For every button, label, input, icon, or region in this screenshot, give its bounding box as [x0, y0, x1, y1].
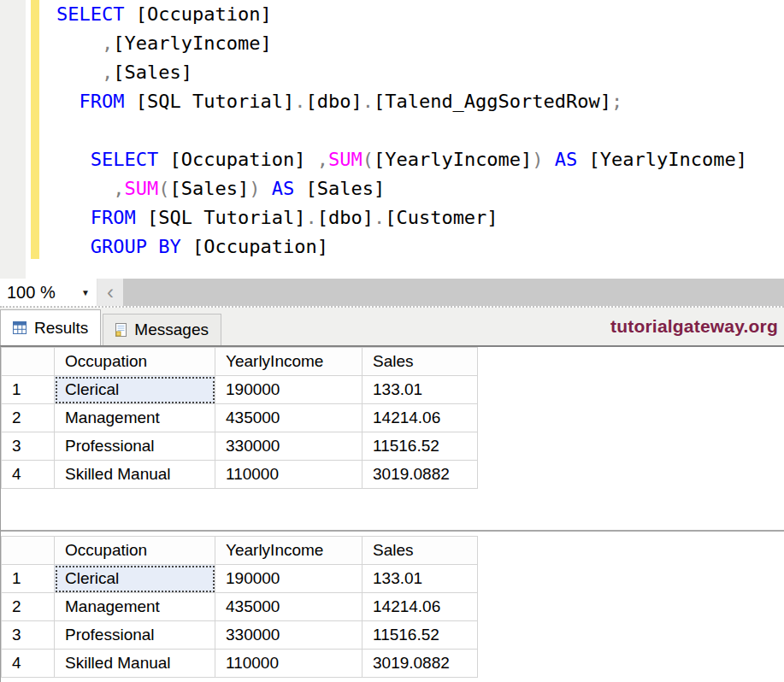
zoom-level-dropdown[interactable]: 100 % ▼ [0, 279, 97, 306]
tab-messages[interactable]: Messages [103, 314, 221, 345]
grid-row: 4Skilled Manual1100003019.0882 [2, 461, 478, 489]
scroll-left-button[interactable]: ‹ [97, 279, 123, 306]
data-cell[interactable]: 11516.52 [363, 432, 478, 461]
code-line[interactable]: SELECT [Occupation] [56, 0, 784, 29]
data-cell[interactable]: 11516.52 [363, 621, 478, 650]
data-cell[interactable]: Professional [55, 432, 215, 461]
grid-row: 3Professional33000011516.52 [2, 432, 478, 461]
data-cell[interactable]: 190000 [215, 376, 363, 404]
code-token: SUM [124, 178, 158, 199]
code-token: [Sales] [169, 178, 249, 199]
horizontal-scrollbar-track[interactable] [123, 279, 784, 306]
data-cell[interactable]: Professional [55, 621, 215, 650]
code-line[interactable]: ,SUM([Sales]) AS [Sales] [56, 174, 784, 203]
sql-editor[interactable]: SELECT [Occupation] ,[YearlyIncome] ,[Sa… [0, 0, 784, 279]
select-all-cell[interactable] [2, 348, 55, 376]
code-token: ) [532, 149, 543, 170]
row-number-cell[interactable]: 2 [2, 593, 55, 621]
data-cell[interactable]: 330000 [215, 621, 363, 650]
code-token: SUM [328, 149, 363, 170]
data-cell[interactable]: 330000 [215, 432, 363, 461]
code-token [56, 91, 80, 112]
dropdown-caret-icon: ▼ [81, 288, 90, 297]
results-grid-icon [13, 321, 27, 334]
tab-results[interactable]: Results [0, 309, 101, 345]
ssms-window: SELECT [Occupation] ,[YearlyIncome] ,[Sa… [0, 0, 784, 682]
code-token [544, 149, 555, 170]
code-token: [SQL Tutorial] [124, 91, 294, 112]
select-all-cell[interactable] [2, 537, 55, 565]
code-line[interactable]: SELECT [Occupation] ,SUM([YearlyIncome])… [56, 145, 784, 174]
column-header[interactable]: YearlyIncome [215, 348, 363, 376]
results-grid: OccupationYearlyIncomeSales1Clerical1900… [1, 536, 478, 678]
code-token: ( [363, 149, 374, 170]
grid-row: 4Skilled Manual1100003019.0882 [2, 650, 478, 678]
data-cell[interactable]: Clerical [55, 565, 215, 593]
code-token [56, 32, 102, 54]
code-token: FROM [91, 207, 136, 228]
code-token [56, 178, 113, 199]
code-token: , [113, 178, 124, 199]
column-header[interactable]: YearlyIncome [215, 537, 363, 565]
code-token: [YearlyIncome] [577, 149, 747, 170]
data-cell[interactable]: 133.01 [363, 565, 478, 593]
data-cell[interactable]: Skilled Manual [55, 461, 215, 489]
code-token: ( [158, 178, 169, 199]
code-token: ) [249, 178, 260, 199]
row-number-cell[interactable]: 3 [2, 621, 55, 650]
data-cell[interactable]: Clerical [55, 376, 215, 404]
code-token: , [102, 62, 113, 83]
zoom-level-value: 100 % [7, 283, 56, 303]
data-cell[interactable]: Skilled Manual [55, 650, 215, 678]
code-token [260, 178, 271, 199]
code-token: [dbo] [305, 91, 362, 112]
row-number-cell[interactable]: 1 [2, 565, 55, 593]
column-header[interactable]: Occupation [55, 348, 215, 376]
code-token [56, 207, 91, 228]
code-token: . [294, 91, 305, 112]
code-token [56, 236, 91, 257]
column-header[interactable]: Sales [363, 348, 478, 376]
grid-header-row: OccupationYearlyIncomeSales [2, 348, 478, 376]
code-line[interactable]: FROM [SQL Tutorial].[dbo].[Talend_AggSor… [56, 87, 784, 116]
column-header[interactable]: Sales [363, 537, 478, 565]
data-cell[interactable]: 133.01 [363, 376, 478, 404]
data-cell[interactable]: 110000 [215, 650, 363, 678]
code-token: , [317, 149, 328, 170]
row-number-cell[interactable]: 2 [2, 404, 55, 432]
data-cell[interactable]: 435000 [215, 404, 363, 432]
code-token: [dbo] [317, 207, 374, 228]
code-token: [Talend_AggSortedRow] [374, 91, 611, 112]
data-cell[interactable]: 3019.0882 [363, 461, 478, 489]
sql-code[interactable]: SELECT [Occupation] ,[YearlyIncome] ,[Sa… [56, 0, 784, 262]
data-cell[interactable]: 190000 [215, 565, 363, 593]
code-token: [Customer] [385, 207, 498, 228]
column-header[interactable]: Occupation [55, 537, 215, 565]
row-number-cell[interactable]: 4 [2, 461, 55, 489]
code-token: . [374, 207, 385, 228]
data-cell[interactable]: Management [55, 404, 215, 432]
results-grid-2: OccupationYearlyIncomeSales1Clerical1900… [1, 536, 478, 678]
row-number-cell[interactable]: 4 [2, 650, 55, 678]
grid-row: 2Management43500014214.06 [2, 593, 478, 621]
data-cell[interactable]: 435000 [215, 593, 363, 621]
change-tracking-bar [31, 0, 39, 259]
data-cell[interactable]: 14214.06 [363, 404, 478, 432]
code-line[interactable] [56, 116, 784, 145]
row-number-cell[interactable]: 3 [2, 432, 55, 461]
code-token: , [102, 32, 113, 54]
row-number-cell[interactable]: 1 [2, 376, 55, 404]
data-cell[interactable]: 3019.0882 [363, 650, 478, 678]
code-line[interactable]: FROM [SQL Tutorial].[dbo].[Customer] [56, 203, 784, 232]
data-cell[interactable]: 14214.06 [363, 593, 478, 621]
code-line[interactable]: ,[Sales] [56, 58, 784, 87]
grid-header-row: OccupationYearlyIncomeSales [2, 537, 478, 565]
code-token: [Occupation] [158, 149, 316, 170]
data-cell[interactable]: Management [55, 593, 215, 621]
code-token: [Sales] [294, 178, 385, 199]
code-line[interactable]: ,[YearlyIncome] [56, 29, 784, 58]
grid-row: 3Professional33000011516.52 [2, 621, 478, 650]
code-token: . [305, 207, 316, 228]
data-cell[interactable]: 110000 [215, 461, 363, 489]
code-line[interactable]: GROUP BY [Occupation] [56, 232, 784, 262]
